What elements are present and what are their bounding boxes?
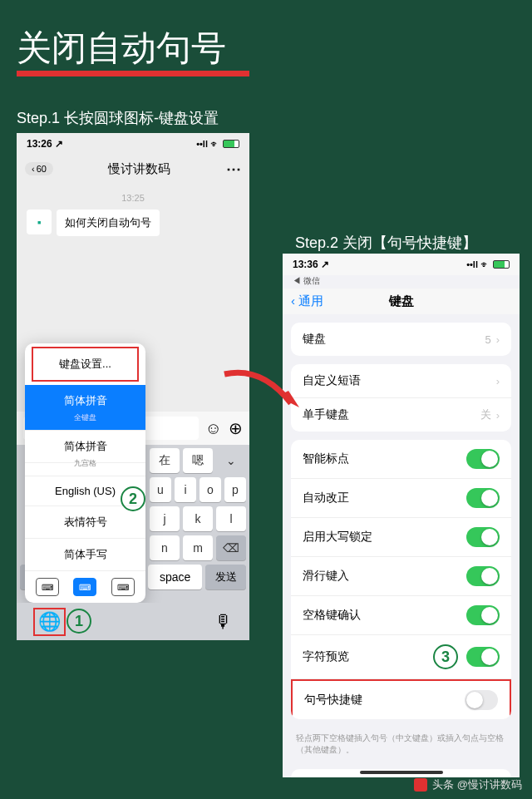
emoji-icon[interactable]: ☺ bbox=[205, 419, 222, 438]
row-smart-punct: 智能标点 bbox=[291, 440, 511, 479]
status-right: ••ll ᯤ bbox=[466, 259, 510, 269]
key[interactable]: o bbox=[200, 477, 221, 502]
phone2-screenshot: 13:36 ↗ ••ll ᯤ ◀ 微信 ‹ 通用 键盘 键盘 5› 自定义短语 … bbox=[283, 254, 520, 777]
suggestion[interactable]: 嗯 bbox=[183, 448, 213, 473]
arrow-annotation bbox=[220, 366, 303, 424]
key[interactable]: l bbox=[216, 506, 246, 531]
row-custom-phrases[interactable]: 自定义短语 › bbox=[291, 364, 511, 398]
menu-handwriting[interactable]: 简体手写 bbox=[25, 539, 145, 571]
key[interactable]: k bbox=[183, 506, 213, 531]
suggestion[interactable]: 在 bbox=[150, 448, 180, 473]
row-slide: 滑行键入 bbox=[291, 557, 511, 596]
annotation-2: 2 bbox=[121, 486, 145, 511]
status-time: 13:36 ↗ bbox=[293, 259, 329, 270]
kb-right-icon[interactable]: ⌨ bbox=[111, 578, 135, 596]
toggle-capslock[interactable] bbox=[466, 527, 500, 547]
row-space-confirm: 空格键确认 bbox=[291, 596, 511, 635]
message-bubble: 如何关闭自动句号 bbox=[57, 210, 160, 236]
key[interactable]: i bbox=[175, 477, 196, 502]
settings-navbar: ‹ 通用 键盘 bbox=[283, 289, 520, 314]
step2-label: Step.2 关闭【句号快捷键】 bbox=[295, 233, 477, 253]
phone1-screenshot: 13:26 ↗ ••ll ᯤ ‹ 60 慢讨讲数码 ⋯ 13:25 ■ 如何关闭… bbox=[17, 133, 249, 640]
back-button[interactable]: ‹ 60 bbox=[25, 162, 53, 175]
row-capslock: 启用大写锁定 bbox=[291, 518, 511, 557]
row-period-shortcut: 句号快捷键 bbox=[291, 679, 511, 719]
toggle-smart-punct[interactable] bbox=[466, 449, 500, 469]
settings-title: 键盘 bbox=[283, 293, 520, 309]
annotation-3: 3 bbox=[433, 644, 458, 669]
delete-key[interactable]: ⌫ bbox=[216, 535, 246, 560]
globe-highlight: 🌐 bbox=[33, 608, 66, 636]
toggle-autocorrect[interactable] bbox=[466, 488, 500, 508]
menu-keyboard-settings[interactable]: 键盘设置... bbox=[32, 347, 139, 382]
status-bar: 13:26 ↗ ••ll ᯤ bbox=[17, 133, 249, 155]
settings-group-custom: 自定义短语 › 单手键盘 关› bbox=[291, 364, 511, 432]
menu-pinyin-9-sub: 九宫格 bbox=[25, 458, 145, 476]
status-right: ••ll ᯤ bbox=[196, 139, 239, 149]
suggestion-row: 在 嗯 ⌄ bbox=[150, 448, 246, 473]
row-onehand[interactable]: 单手键盘 关› bbox=[291, 398, 511, 432]
toggle-space-confirm[interactable] bbox=[466, 605, 500, 625]
settings-group-keyboards: 键盘 5› bbox=[291, 323, 511, 356]
home-indicator bbox=[360, 771, 443, 774]
settings-group-typing: 智能标点 自动改正 启用大写锁定 滑行键入 空格键确认 字符预览 3 句号快捷键 bbox=[291, 440, 511, 719]
key[interactable]: p bbox=[224, 477, 246, 502]
page-title: 关闭自动句号 bbox=[17, 25, 226, 72]
space-key[interactable]: space bbox=[148, 565, 202, 589]
period-note: 轻点两下空格键插入句号（中文键盘）或插入句点与空格（其他键盘）。 bbox=[283, 727, 520, 761]
avatar[interactable]: ■ bbox=[27, 210, 52, 234]
key[interactable]: u bbox=[150, 477, 171, 502]
chat-navbar: ‹ 60 慢讨讲数码 ⋯ bbox=[17, 155, 249, 183]
key[interactable]: n bbox=[150, 535, 180, 560]
mic-icon[interactable]: 🎙 bbox=[214, 611, 233, 633]
watermark: 头条 @慢讨讲数码 bbox=[414, 777, 522, 792]
send-key[interactable]: 发送 bbox=[205, 565, 246, 589]
status-bar: 13:36 ↗ ••ll ᯤ bbox=[283, 254, 520, 275]
toggle-slide[interactable] bbox=[466, 566, 500, 586]
breadcrumb-back[interactable]: ◀ 微信 bbox=[283, 275, 520, 289]
menu-pinyin-full-sub: 全键盘 bbox=[25, 412, 145, 431]
message-row: ■ 如何关闭自动句号 bbox=[23, 206, 243, 239]
kb-left-icon[interactable]: ⌨ bbox=[36, 578, 59, 596]
keyboard-mode-row: ⌨ ⌨ ⌨ bbox=[25, 571, 145, 603]
row-autocorrect: 自动改正 bbox=[291, 479, 511, 518]
row-keyboards[interactable]: 键盘 5› bbox=[291, 323, 511, 356]
chat-timestamp: 13:25 bbox=[23, 190, 243, 206]
menu-emoji[interactable]: 表情符号 bbox=[25, 506, 145, 539]
toggle-period-shortcut[interactable] bbox=[465, 690, 498, 710]
status-time: 13:26 ↗ bbox=[27, 138, 63, 150]
step1-label: Step.1 长按圆球图标-键盘设置 bbox=[17, 108, 219, 128]
globe-icon[interactable]: 🌐 bbox=[38, 611, 61, 632]
toggle-char-preview[interactable] bbox=[466, 647, 500, 667]
annotation-1: 1 bbox=[66, 609, 91, 634]
watermark-icon bbox=[414, 778, 427, 792]
title-underline bbox=[17, 71, 249, 76]
row-char-preview: 字符预览 3 bbox=[291, 635, 511, 679]
chat-title: 慢讨讲数码 bbox=[108, 161, 170, 177]
key[interactable]: j bbox=[150, 506, 180, 531]
chat-area: 13:25 ■ 如何关闭自动句号 bbox=[17, 183, 249, 246]
keyboard-switcher-menu: 键盘设置... 简体拼音 全键盘 简体拼音 九宫格 English (US) 表… bbox=[25, 343, 145, 603]
key[interactable]: m bbox=[183, 535, 213, 560]
keyboard-bottom-bar: 🌐 🎙 bbox=[17, 603, 249, 640]
kb-full-icon[interactable]: ⌨ bbox=[73, 578, 96, 596]
suggestion[interactable]: ⌄ bbox=[216, 448, 246, 473]
more-icon[interactable]: ⋯ bbox=[226, 160, 241, 178]
